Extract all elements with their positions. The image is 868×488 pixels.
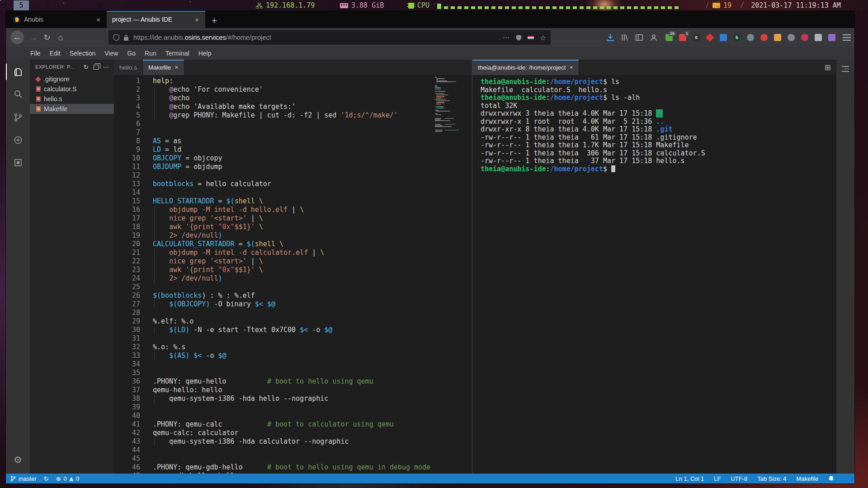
extension-icon[interactable] — [774, 34, 781, 41]
menu-edit[interactable]: Edit — [45, 47, 65, 60]
settings-gear-icon[interactable]: ⚙ — [6, 450, 30, 470]
back-button[interactable]: ← — [10, 31, 24, 44]
line-number: 41 — [114, 420, 140, 429]
forward-button[interactable]: → — [27, 31, 40, 44]
minimap[interactable] — [434, 77, 470, 149]
menu-icon[interactable] — [843, 34, 851, 41]
workspace-8[interactable]: 8 — [92, 1, 108, 9]
menu-selection[interactable]: Selection — [65, 47, 100, 60]
line-number: 12 — [114, 171, 140, 180]
code-area[interactable]: 1help:2 @echo 'For convenience'3 @echo4 … — [114, 75, 472, 474]
code-line: 39 — [114, 403, 472, 412]
notifications-bell-icon[interactable] — [828, 475, 834, 482]
menu-view[interactable]: View — [100, 47, 123, 60]
cpu-graph-bar — [437, 4, 441, 9]
extension-icon[interactable] — [747, 34, 754, 41]
source-control-icon[interactable] — [6, 108, 30, 127]
debug-icon[interactable] — [6, 130, 30, 150]
cpu-graph-bar — [559, 6, 563, 9]
file-item-.gitignore[interactable]: .gitignore — [30, 74, 114, 84]
extension-icon[interactable]: S — [693, 34, 700, 41]
refresh-icon[interactable]: ↻ — [83, 63, 89, 70]
search-icon[interactable] — [6, 84, 30, 104]
cpu-graph-bar — [634, 6, 638, 9]
more-actions-icon[interactable]: ⋯ — [103, 63, 109, 70]
branch-indicator[interactable]: master — [10, 475, 37, 482]
line-number: 10 — [114, 154, 140, 163]
account-icon[interactable] — [649, 33, 658, 42]
right-activity-bar — [836, 60, 854, 474]
cpu-graph-bar — [539, 6, 543, 9]
cpu-graph-bar — [593, 6, 597, 9]
menu-run[interactable]: Run — [140, 47, 161, 60]
menu-go[interactable]: Go — [123, 47, 140, 60]
plugin-icon[interactable] — [6, 153, 30, 173]
close-icon[interactable]: × — [570, 64, 573, 71]
extension-icon[interactable] — [706, 33, 714, 42]
terminal-tab[interactable]: theia@anubis-ide: /home/project × — [472, 60, 579, 75]
extension-icon[interactable] — [801, 34, 808, 41]
tracking-shield-icon[interactable] — [113, 34, 119, 41]
workspace-6[interactable]: 6 — [40, 1, 55, 9]
page-actions-icon[interactable]: ⋯ — [503, 34, 510, 41]
cpu-graph-bar — [613, 6, 618, 9]
line-number: 25 — [114, 283, 140, 291]
extension-icon[interactable] — [815, 34, 822, 41]
terminal-line: theia@anubis-ide:/home/project$ ls — [481, 78, 836, 86]
file-item-Makefile[interactable]: Makefile — [30, 104, 114, 114]
home-button[interactable]: ⌂ — [54, 31, 67, 44]
extension-icon[interactable] — [828, 34, 835, 41]
cursor-position[interactable]: Ln 1, Col 1 — [675, 475, 704, 482]
code-line: 41.PHONY: qemu-calc # boot to calculator… — [114, 420, 472, 429]
new-tab-button[interactable]: + — [205, 14, 223, 28]
problems-indicator[interactable]: ⊗ 0 ▲ 0 — [56, 475, 80, 482]
cpu-graph-bar — [641, 6, 645, 9]
sidebar-icon[interactable] — [635, 33, 644, 42]
explorer-files-icon[interactable] — [6, 62, 30, 82]
eol-indicator[interactable]: LF — [714, 475, 721, 482]
url-bar[interactable]: https://ide.anubis.osiris.services/#/hom… — [108, 30, 551, 45]
menu-help[interactable]: Help — [194, 47, 216, 60]
extension-icon[interactable]: 1 — [679, 34, 686, 41]
language-indicator[interactable]: Makefile — [797, 475, 818, 482]
library-icon[interactable] — [620, 33, 629, 42]
system-bar: 5678 192.168.1.79 3.88 GiB CPU / 19 / 20… — [0, 0, 868, 11]
extension-icon[interactable]: 26 — [665, 34, 673, 41]
bookmark-star-icon[interactable]: ☆ — [540, 33, 546, 42]
url-text[interactable]: https://ide.anubis.osiris.services/#/hom… — [133, 34, 503, 41]
close-icon[interactable]: × — [94, 16, 102, 23]
split-terminal-icon[interactable]: ⊞ — [825, 63, 836, 72]
line-number: 34 — [114, 360, 140, 369]
browser-tab-1[interactable]: project — Anubis IDE× — [107, 11, 205, 28]
terminal-output[interactable]: theia@anubis-ide:/home/project$ lsMakefi… — [472, 75, 836, 474]
file-item-calculator.S[interactable]: calculator.S — [30, 84, 114, 94]
close-icon[interactable]: × — [175, 64, 178, 71]
sync-button[interactable]: ↻ — [44, 475, 49, 482]
editor-tab-hello.s[interactable]: hello.s — [114, 60, 143, 75]
extension-icon[interactable] — [760, 34, 768, 41]
file-item-hello.s[interactable]: hello.s — [30, 94, 114, 104]
close-icon[interactable]: × — [193, 16, 201, 23]
translate-flag-icon[interactable] — [528, 36, 534, 40]
browser-tab-0[interactable]: Anubis× — [8, 11, 107, 28]
file-name: .gitignore — [43, 75, 70, 83]
encoding-indicator[interactable]: UTF-8 — [731, 475, 747, 482]
workspace-7[interactable]: 7 — [66, 1, 81, 9]
outline-icon[interactable] — [842, 66, 849, 72]
download-icon[interactable] — [606, 33, 615, 42]
cpu-graph-bar — [471, 6, 475, 9]
extension-icon[interactable]: b — [733, 34, 741, 41]
workspace-5[interactable]: 5 — [14, 0, 29, 10]
permissions-shield-icon[interactable] — [516, 34, 522, 41]
code-line: 12 — [114, 171, 472, 180]
editor-tab-Makefile[interactable]: Makefile× — [143, 60, 184, 75]
extension-icon[interactable] — [720, 34, 727, 41]
menu-file[interactable]: File — [26, 47, 45, 60]
reload-button[interactable]: ↻ — [40, 31, 54, 44]
terminal-line: drwxrwxr-x 1 root root 4.0K Mar 5 21:36 … — [481, 118, 836, 126]
extension-icon[interactable] — [788, 34, 795, 41]
line-number: 23 — [114, 266, 140, 274]
tab-size-indicator[interactable]: Tab Size: 4 — [757, 475, 786, 482]
collapse-all-icon[interactable] — [94, 65, 99, 70]
menu-terminal[interactable]: Terminal — [161, 47, 194, 60]
